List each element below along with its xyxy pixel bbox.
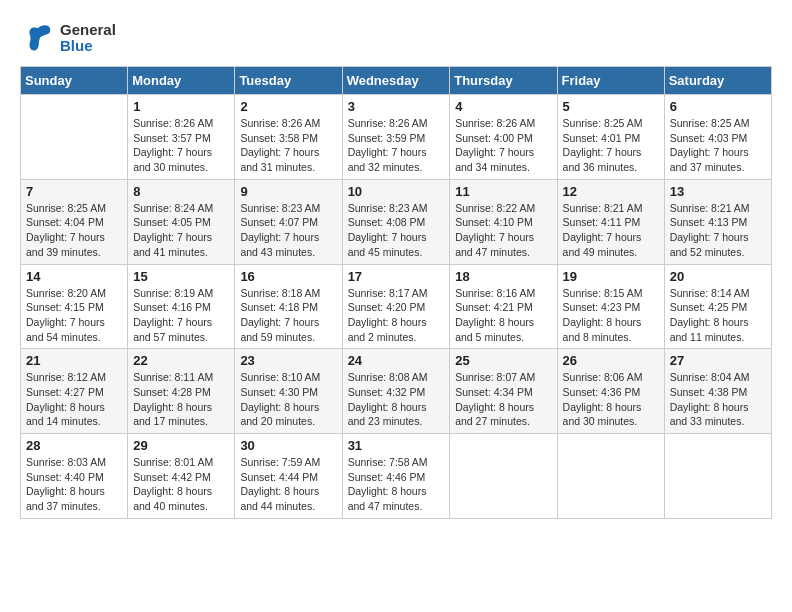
logo-general-text: General [60,22,116,39]
cell-info: Sunrise: 8:25 AMSunset: 4:01 PMDaylight:… [563,116,659,175]
calendar-week-row: 21Sunrise: 8:12 AMSunset: 4:27 PMDayligh… [21,349,772,434]
day-number: 28 [26,438,122,453]
calendar-cell: 28Sunrise: 8:03 AMSunset: 4:40 PMDayligh… [21,434,128,519]
cell-info: Sunrise: 8:18 AMSunset: 4:18 PMDaylight:… [240,286,336,345]
cell-info: Sunrise: 8:19 AMSunset: 4:16 PMDaylight:… [133,286,229,345]
calendar-cell: 30Sunrise: 7:59 AMSunset: 4:44 PMDayligh… [235,434,342,519]
cell-info: Sunrise: 8:16 AMSunset: 4:21 PMDaylight:… [455,286,551,345]
cell-info: Sunrise: 8:21 AMSunset: 4:13 PMDaylight:… [670,201,766,260]
calendar-week-row: 7Sunrise: 8:25 AMSunset: 4:04 PMDaylight… [21,179,772,264]
day-number: 3 [348,99,445,114]
calendar-cell: 22Sunrise: 8:11 AMSunset: 4:28 PMDayligh… [128,349,235,434]
day-number: 31 [348,438,445,453]
day-number: 25 [455,353,551,368]
day-number: 30 [240,438,336,453]
cell-info: Sunrise: 8:22 AMSunset: 4:10 PMDaylight:… [455,201,551,260]
day-header-friday: Friday [557,67,664,95]
calendar-cell: 2Sunrise: 8:26 AMSunset: 3:58 PMDaylight… [235,95,342,180]
calendar-week-row: 28Sunrise: 8:03 AMSunset: 4:40 PMDayligh… [21,434,772,519]
cell-info: Sunrise: 8:21 AMSunset: 4:11 PMDaylight:… [563,201,659,260]
day-number: 15 [133,269,229,284]
calendar-cell: 15Sunrise: 8:19 AMSunset: 4:16 PMDayligh… [128,264,235,349]
calendar-cell: 14Sunrise: 8:20 AMSunset: 4:15 PMDayligh… [21,264,128,349]
cell-info: Sunrise: 8:10 AMSunset: 4:30 PMDaylight:… [240,370,336,429]
cell-info: Sunrise: 7:58 AMSunset: 4:46 PMDaylight:… [348,455,445,514]
day-header-tuesday: Tuesday [235,67,342,95]
calendar-cell: 10Sunrise: 8:23 AMSunset: 4:08 PMDayligh… [342,179,450,264]
calendar-week-row: 14Sunrise: 8:20 AMSunset: 4:15 PMDayligh… [21,264,772,349]
cell-info: Sunrise: 8:26 AMSunset: 3:58 PMDaylight:… [240,116,336,175]
cell-info: Sunrise: 8:20 AMSunset: 4:15 PMDaylight:… [26,286,122,345]
day-header-saturday: Saturday [664,67,771,95]
calendar-cell [450,434,557,519]
calendar-cell: 18Sunrise: 8:16 AMSunset: 4:21 PMDayligh… [450,264,557,349]
calendar-cell: 21Sunrise: 8:12 AMSunset: 4:27 PMDayligh… [21,349,128,434]
cell-info: Sunrise: 8:03 AMSunset: 4:40 PMDaylight:… [26,455,122,514]
day-number: 4 [455,99,551,114]
day-number: 13 [670,184,766,199]
cell-info: Sunrise: 8:17 AMSunset: 4:20 PMDaylight:… [348,286,445,345]
day-number: 29 [133,438,229,453]
calendar-cell: 23Sunrise: 8:10 AMSunset: 4:30 PMDayligh… [235,349,342,434]
day-number: 24 [348,353,445,368]
cell-info: Sunrise: 8:01 AMSunset: 4:42 PMDaylight:… [133,455,229,514]
day-number: 7 [26,184,122,199]
day-number: 23 [240,353,336,368]
cell-info: Sunrise: 8:12 AMSunset: 4:27 PMDaylight:… [26,370,122,429]
calendar-cell: 5Sunrise: 8:25 AMSunset: 4:01 PMDaylight… [557,95,664,180]
day-number: 26 [563,353,659,368]
day-number: 12 [563,184,659,199]
calendar-cell: 9Sunrise: 8:23 AMSunset: 4:07 PMDaylight… [235,179,342,264]
cell-info: Sunrise: 8:26 AMSunset: 3:59 PMDaylight:… [348,116,445,175]
calendar-table: SundayMondayTuesdayWednesdayThursdayFrid… [20,66,772,519]
day-number: 18 [455,269,551,284]
calendar-cell: 1Sunrise: 8:26 AMSunset: 3:57 PMDaylight… [128,95,235,180]
calendar-cell: 24Sunrise: 8:08 AMSunset: 4:32 PMDayligh… [342,349,450,434]
header: General Blue [20,20,772,56]
calendar-cell: 8Sunrise: 8:24 AMSunset: 4:05 PMDaylight… [128,179,235,264]
day-number: 14 [26,269,122,284]
calendar-week-row: 1Sunrise: 8:26 AMSunset: 3:57 PMDaylight… [21,95,772,180]
day-number: 8 [133,184,229,199]
calendar-cell: 12Sunrise: 8:21 AMSunset: 4:11 PMDayligh… [557,179,664,264]
day-number: 2 [240,99,336,114]
cell-info: Sunrise: 7:59 AMSunset: 4:44 PMDaylight:… [240,455,336,514]
cell-info: Sunrise: 8:25 AMSunset: 4:04 PMDaylight:… [26,201,122,260]
day-number: 6 [670,99,766,114]
day-number: 16 [240,269,336,284]
calendar-cell: 20Sunrise: 8:14 AMSunset: 4:25 PMDayligh… [664,264,771,349]
calendar-cell: 13Sunrise: 8:21 AMSunset: 4:13 PMDayligh… [664,179,771,264]
cell-info: Sunrise: 8:25 AMSunset: 4:03 PMDaylight:… [670,116,766,175]
calendar-header-row: SundayMondayTuesdayWednesdayThursdayFrid… [21,67,772,95]
day-number: 22 [133,353,229,368]
day-number: 19 [563,269,659,284]
cell-info: Sunrise: 8:23 AMSunset: 4:08 PMDaylight:… [348,201,445,260]
calendar-cell: 19Sunrise: 8:15 AMSunset: 4:23 PMDayligh… [557,264,664,349]
calendar-cell: 16Sunrise: 8:18 AMSunset: 4:18 PMDayligh… [235,264,342,349]
calendar-cell: 11Sunrise: 8:22 AMSunset: 4:10 PMDayligh… [450,179,557,264]
day-header-wednesday: Wednesday [342,67,450,95]
logo-bird-icon [20,20,56,56]
day-number: 11 [455,184,551,199]
logo: General Blue [20,20,116,56]
calendar-cell: 29Sunrise: 8:01 AMSunset: 4:42 PMDayligh… [128,434,235,519]
day-header-monday: Monday [128,67,235,95]
calendar-cell: 6Sunrise: 8:25 AMSunset: 4:03 PMDaylight… [664,95,771,180]
cell-info: Sunrise: 8:06 AMSunset: 4:36 PMDaylight:… [563,370,659,429]
day-number: 1 [133,99,229,114]
cell-info: Sunrise: 8:26 AMSunset: 4:00 PMDaylight:… [455,116,551,175]
calendar-cell: 7Sunrise: 8:25 AMSunset: 4:04 PMDaylight… [21,179,128,264]
calendar-cell [664,434,771,519]
cell-info: Sunrise: 8:23 AMSunset: 4:07 PMDaylight:… [240,201,336,260]
day-number: 5 [563,99,659,114]
cell-info: Sunrise: 8:26 AMSunset: 3:57 PMDaylight:… [133,116,229,175]
calendar-cell: 27Sunrise: 8:04 AMSunset: 4:38 PMDayligh… [664,349,771,434]
cell-info: Sunrise: 8:15 AMSunset: 4:23 PMDaylight:… [563,286,659,345]
calendar-cell [21,95,128,180]
day-number: 10 [348,184,445,199]
day-number: 9 [240,184,336,199]
cell-info: Sunrise: 8:07 AMSunset: 4:34 PMDaylight:… [455,370,551,429]
calendar-cell: 17Sunrise: 8:17 AMSunset: 4:20 PMDayligh… [342,264,450,349]
day-number: 20 [670,269,766,284]
day-header-thursday: Thursday [450,67,557,95]
